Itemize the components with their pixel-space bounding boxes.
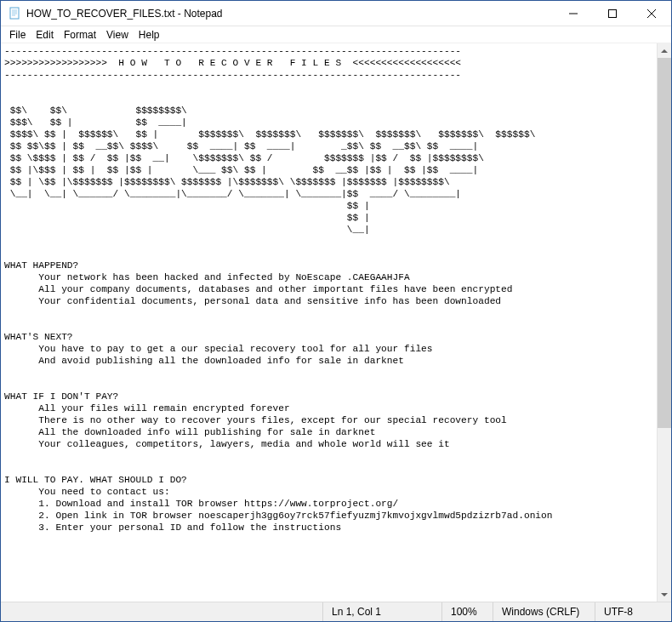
svg-marker-10 xyxy=(661,593,668,596)
status-encoding: UTF-8 xyxy=(595,602,671,621)
text-content[interactable]: ----------------------------------------… xyxy=(1,43,657,602)
menu-edit[interactable]: Edit xyxy=(31,28,59,42)
minimize-button[interactable] xyxy=(554,1,593,26)
scroll-up-icon[interactable] xyxy=(658,43,671,58)
vertical-scrollbar[interactable] xyxy=(657,43,671,602)
svg-marker-9 xyxy=(661,49,668,53)
status-zoom: 100% xyxy=(441,602,493,621)
scrollbar-track[interactable] xyxy=(658,58,671,587)
menu-help[interactable]: Help xyxy=(134,28,165,42)
scrollbar-thumb[interactable] xyxy=(658,58,671,428)
status-lineending: Windows (CRLF) xyxy=(493,602,595,621)
status-position: Ln 1, Col 1 xyxy=(322,602,441,621)
menu-view[interactable]: View xyxy=(101,28,134,42)
maximize-button[interactable] xyxy=(593,1,632,26)
window-controls xyxy=(554,1,671,26)
scroll-down-icon[interactable] xyxy=(658,587,671,602)
menubar: File Edit Format View Help xyxy=(1,26,671,43)
editor-area: ----------------------------------------… xyxy=(1,43,671,602)
svg-rect-6 xyxy=(609,9,617,17)
close-button[interactable] xyxy=(632,1,671,26)
window-title: HOW_TO_RECOVER_FILES.txt - Notepad xyxy=(26,8,554,20)
menu-file[interactable]: File xyxy=(4,28,31,42)
statusbar: Ln 1, Col 1 100% Windows (CRLF) UTF-8 xyxy=(1,602,671,621)
menu-format[interactable]: Format xyxy=(59,28,101,42)
notepad-icon xyxy=(8,7,21,20)
titlebar: HOW_TO_RECOVER_FILES.txt - Notepad xyxy=(1,1,671,26)
